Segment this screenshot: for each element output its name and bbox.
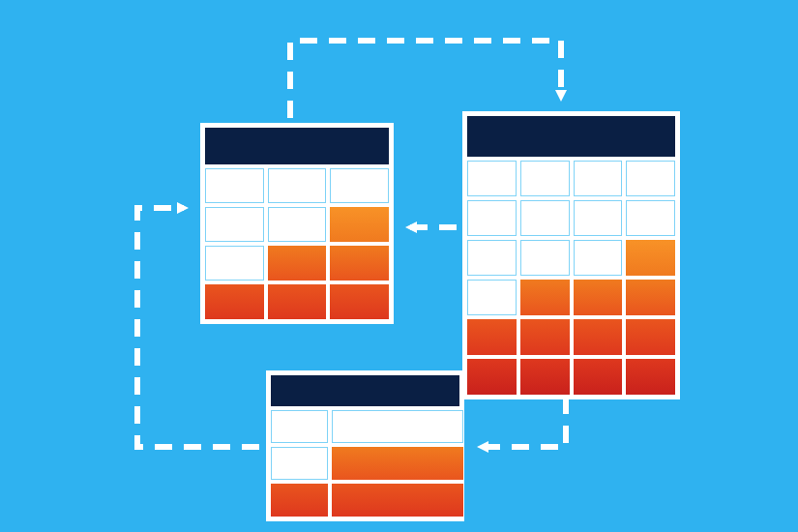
table-body <box>271 406 459 517</box>
table-cell <box>520 200 570 236</box>
table-cell <box>205 207 264 242</box>
table-header <box>467 116 675 157</box>
table-cell <box>271 484 328 517</box>
table-cell <box>332 447 464 480</box>
table-cell <box>332 484 464 517</box>
table-cell <box>268 246 327 281</box>
table-cell <box>626 200 675 236</box>
table-cell <box>205 246 264 281</box>
table-cell <box>574 161 623 196</box>
table-cell <box>330 246 389 281</box>
table-cell <box>520 280 570 315</box>
table-top-left <box>200 123 394 324</box>
table-cell <box>520 319 570 355</box>
arrow-top-left-to-right <box>290 41 561 118</box>
table-cell <box>626 161 675 196</box>
table-bottom <box>266 370 464 521</box>
table-cell <box>520 161 570 196</box>
table-cell <box>520 240 570 276</box>
table-cell <box>467 240 517 276</box>
table-cell <box>268 284 327 319</box>
table-cell <box>574 359 623 395</box>
table-cell <box>626 359 675 395</box>
table-cell <box>205 168 264 203</box>
table-cell <box>268 168 327 203</box>
table-cell <box>467 200 517 236</box>
table-cell <box>467 280 517 315</box>
table-cell <box>626 319 675 355</box>
table-cell <box>205 284 264 319</box>
table-cell <box>574 319 623 355</box>
table-cell <box>330 168 389 203</box>
table-cell <box>467 359 517 395</box>
table-right <box>462 111 680 399</box>
table-body <box>467 157 675 395</box>
diagram-canvas <box>0 0 798 532</box>
table-cell <box>574 240 623 276</box>
table-cell <box>626 280 675 315</box>
table-header <box>205 128 389 164</box>
table-cell <box>268 207 327 242</box>
table-cell <box>330 284 389 319</box>
table-cell <box>467 319 517 355</box>
table-cell <box>271 410 328 443</box>
table-cell <box>574 200 623 236</box>
table-cell <box>271 447 328 480</box>
table-cell <box>332 410 464 443</box>
table-body <box>205 164 389 319</box>
table-header <box>271 375 459 406</box>
table-cell <box>330 207 389 242</box>
table-cell <box>520 359 570 395</box>
table-cell <box>467 161 517 196</box>
arrow-right-to-bottom <box>482 397 566 447</box>
table-cell <box>574 280 623 315</box>
table-cell <box>626 240 675 276</box>
